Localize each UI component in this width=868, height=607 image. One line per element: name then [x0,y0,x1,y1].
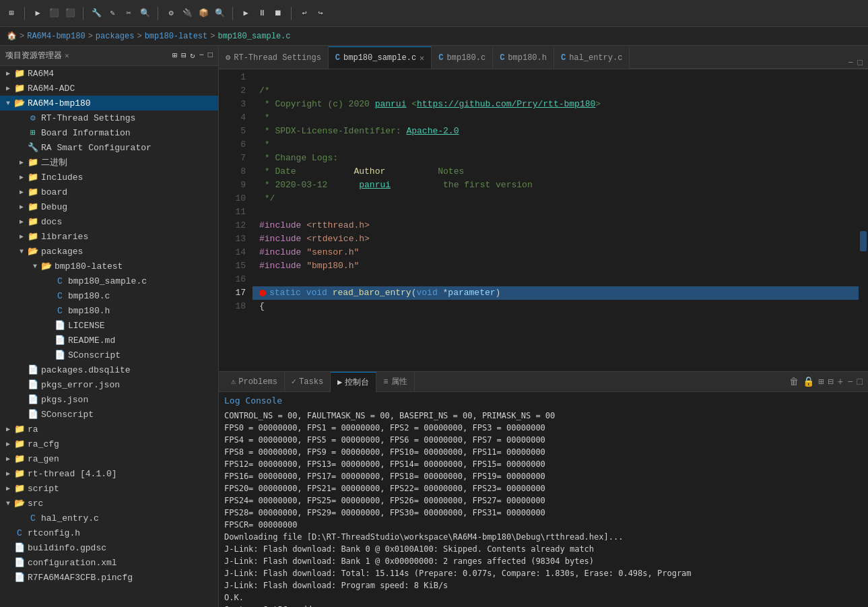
tab-bmp180-h[interactable]: C bmp180.h [493,46,554,69]
sidebar-item-board[interactable]: ▶ 📁 board [0,185,218,199]
bottom-tab-label: 控制台 [345,377,369,388]
toolbar-icon-13[interactable]: ▶ [240,7,252,20]
sidebar-item-license[interactable]: 📄 LICENSE [0,318,218,333]
sidebar-item-ra6m4-adc[interactable]: ▶ 📁 RA6M4-ADC [0,81,218,96]
sidebar-item-readme[interactable]: 📄 README.md [0,333,218,348]
add-icon[interactable]: + [838,377,843,387]
sidebar-item-label: pkgs.json [41,395,218,405]
sidebar-item-bmp180-sample-c[interactable]: C bmp180_sample.c [0,274,218,288]
toolbar-icon-9[interactable]: ⚙ [165,7,177,20]
toolbar-icon-14[interactable]: ⏸ [256,7,268,20]
tab-hal-entry-c[interactable]: C hal_entry.c [554,46,630,69]
tab-bmp180-c[interactable]: C bmp180.c [432,46,493,69]
sidebar-item-label: bmp180.c [68,291,218,301]
toolbar-icon-4[interactable]: ⬛ [64,7,76,20]
sidebar-item-packages-db[interactable]: 📄 packages.dbsqlite [0,362,218,377]
sidebar-item-debug[interactable]: ▶ 📁 Debug [0,199,218,214]
sidebar-item-ra-smart-configurator[interactable]: 🔧 RA Smart Configurator [0,140,218,155]
sidebar-item-rtconfig[interactable]: C rtconfig.h [0,525,218,540]
sidebar-item-rt-thread-settings[interactable]: ⚙ RT-Thread Settings [0,110,218,125]
sidebar-item-pkgs-json[interactable]: 📄 pkgs.json [0,392,218,407]
sidebar-item-ra-gen[interactable]: ▶ 📁 ra_gen [0,451,218,466]
toolbar-icon-3[interactable]: ⬛ [48,7,60,20]
panel-minimize-icon[interactable]: − [847,377,853,387]
sidebar-icon-new[interactable]: ⊞ [172,51,177,61]
c-file-icon: C [54,306,66,316]
toolbar-icon-1[interactable]: ⊞ [5,7,18,20]
sidebar-item-pkgs-error[interactable]: 📄 pkgs_error.json [0,377,218,392]
folder-icon: 📁 [27,172,39,183]
code-line: #include <rtthread.h> [253,219,859,232]
breadcrumb: 🏠 > RA6M4-bmp180 > packages > bmp180-lat… [0,27,868,46]
bottom-tab-tasks[interactable]: ✓ Tasks [285,372,331,392]
sidebar-item-configuration-xml[interactable]: 📄 configuration.xml [0,555,218,570]
sidebar-item-label: ra [28,424,218,435]
sidebar-item-label: Includes [41,172,218,183]
toolbar-icon-8[interactable]: 🔍 [139,7,151,20]
folder-open-icon: 📂 [13,98,26,108]
sidebar-item-hal-entry[interactable]: C hal_entry.c [0,511,218,525]
sidebar-icon-collapse[interactable]: ⊟ [181,51,186,61]
sidebar-item-ra[interactable]: ▶ 📁 ra [0,422,218,437]
panel-maximize-icon[interactable]: □ [857,377,863,387]
sidebar: 项目资源管理器 ✕ ⊞ ⊟ ↻ − □ ▶ 📁 RA6M4 ▶ 📁 RA [0,46,219,607]
bottom-panel-icons: 🗑 🔒 ⊞ ⊟ + − □ [789,376,863,387]
sidebar-item-ra-cfg[interactable]: ▶ 📁 ra_cfg [0,437,218,451]
lock-icon[interactable]: 🔒 [803,376,814,387]
toolbar-icon-15[interactable]: ⏹ [272,7,284,20]
sidebar-icon-maximize[interactable]: □ [208,51,213,61]
code-content[interactable]: /* * Copyright (c) 2020 panrui <https://… [253,69,859,371]
view-icon[interactable]: ⊟ [828,376,833,387]
sidebar-item-script[interactable]: ▶ 📁 script [0,481,218,496]
bottom-tab-properties[interactable]: ≡ 属性 [376,372,414,392]
sidebar-item-rt-thread[interactable]: ▶ 📁 rt-thread [4.1.0] [0,466,218,481]
tab-rt-thread-settings[interactable]: ⚙ RT-Thread Settings [219,46,329,69]
log-console[interactable]: Log Console CONTROL_NS = 00, FAULTMASK_N… [219,392,868,607]
toolbar-icon-7[interactable]: ✂ [123,7,135,20]
editor-maximize-icon[interactable]: □ [857,58,863,68]
sidebar-item-src[interactable]: ▼ 📂 src [0,496,218,511]
sidebar-icon-minimize[interactable]: − [199,51,204,61]
code-editor[interactable]: 1 2 3 4 5 6 7 8 9 10 11 12 13 14 15 16 1 [219,69,868,371]
breadcrumb-item-1[interactable]: RA6M4-bmp180 [27,32,85,41]
sidebar-item-erji[interactable]: ▶ 📁 二进制 [0,155,218,170]
sidebar-item-ra6m4-bmp180[interactable]: ▼ 📂 RA6M4-bmp180 [0,96,218,110]
log-line: FPS20= 00000000, FPS21= 00000000, FPS22=… [224,482,863,494]
toolbar-icon-10[interactable]: 🔌 [181,7,193,20]
sidebar-item-sconscript1[interactable]: 📄 SConscript [0,348,218,362]
sidebar-item-packages[interactable]: ▼ 📂 packages [0,244,218,259]
toolbar-icon-11[interactable]: 📦 [197,7,209,20]
toolbar-icon-5[interactable]: 🔧 [90,7,102,20]
clear-icon[interactable]: 🗑 [789,377,799,387]
sidebar-item-libraries[interactable]: ▶ 📁 libraries [0,229,218,244]
sidebar-item-docs[interactable]: ▶ 📁 docs [0,214,218,229]
sidebar-item-bmp180-c[interactable]: C bmp180.c [0,288,218,303]
sidebar-item-sconscript2[interactable]: 📄 SConscript [0,407,218,422]
sidebar-item-label: src [28,499,218,509]
bottom-tab-problems[interactable]: ⚠ Problems [224,372,285,392]
sidebar-item-ra6m4[interactable]: ▶ 📁 RA6M4 [0,66,218,81]
toolbar-icon-6[interactable]: ✎ [106,7,119,20]
sidebar-item-label: packages [41,247,218,257]
bottom-tab-console[interactable]: ▶ 控制台 [331,372,376,392]
breadcrumb-item-2[interactable]: packages [96,32,135,41]
sidebar-item-label: ra_gen [28,454,218,464]
sidebar-icon-sync[interactable]: ↻ [190,51,195,61]
breadcrumb-item-4[interactable]: bmp180_sample.c [218,32,290,41]
sidebar-item-pincfg[interactable]: 📄 R7FA6M4AF3CFB.pincfg [0,570,218,585]
toolbar-icon-12[interactable]: 🔍 [213,7,226,20]
sidebar-item-board-information[interactable]: ⊞ Board Information [0,125,218,140]
toolbar-icon-2[interactable]: ▶ [32,7,44,20]
tab-bmp180-sample-c[interactable]: C bmp180_sample.c ✕ [329,46,432,69]
sidebar-item-bmp180-h[interactable]: C bmp180.h [0,303,218,318]
sidebar-item-bmp180-latest[interactable]: ▼ 📂 bmp180-latest [0,259,218,274]
toolbar-icon-16[interactable]: ↩ [298,7,310,20]
code-line [253,205,859,219]
collapse-icon[interactable]: ⊞ [818,376,824,387]
editor-minimize-icon[interactable]: − [848,58,853,68]
sidebar-item-buildinfo[interactable]: 📄 buildinfo.gpdsc [0,540,218,555]
sidebar-item-includes[interactable]: ▶ 📁 Includes [0,170,218,185]
breadcrumb-home[interactable]: 🏠 [7,31,17,41]
breadcrumb-item-3[interactable]: bmp180-latest [145,32,208,41]
toolbar-icon-17[interactable]: ↪ [314,7,327,20]
